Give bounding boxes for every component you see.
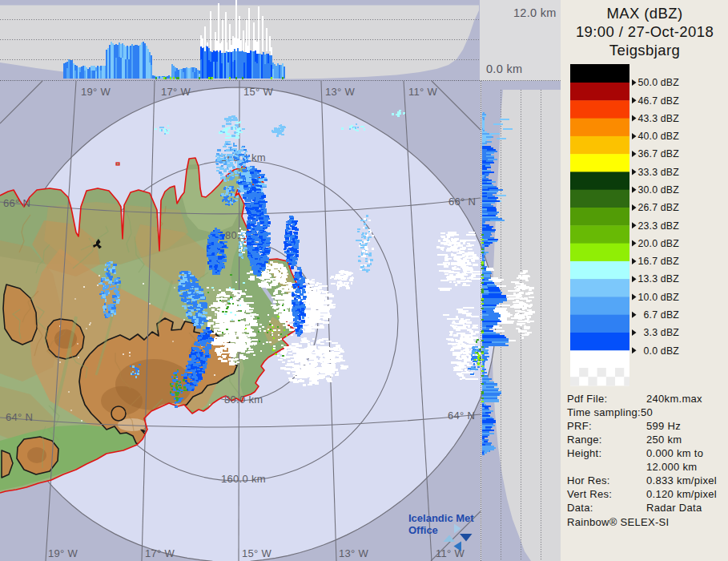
svg-text:17° W: 17° W [145, 547, 175, 559]
svg-text:11° W: 11° W [408, 86, 438, 98]
svg-text:50: 50 [641, 406, 653, 418]
svg-text:66° N: 66° N [3, 197, 30, 209]
svg-text:10.0 dBZ: 10.0 dBZ [638, 292, 679, 303]
svg-text:0.0 dBZ: 0.0 dBZ [644, 345, 680, 357]
svg-text:250 km: 250 km [646, 434, 682, 446]
svg-text:12.000 km: 12.000 km [646, 461, 697, 473]
svg-text:13° W: 13° W [339, 547, 368, 559]
svg-text:50.0 dBZ: 50.0 dBZ [638, 77, 679, 88]
svg-text:33.3 dBZ: 33.3 dBZ [638, 167, 679, 178]
svg-text:Pdf File:: Pdf File: [567, 393, 607, 405]
svg-text:0.0 km: 0.0 km [486, 63, 522, 75]
svg-text:6.7 dBZ: 6.7 dBZ [644, 309, 680, 321]
svg-text:Icelandic Met: Icelandic Met [408, 512, 474, 524]
svg-text:19:00 / 27-Oct-2018: 19:00 / 27-Oct-2018 [576, 23, 714, 40]
svg-text:MAX (dBZ): MAX (dBZ) [606, 5, 682, 22]
svg-text:17° W: 17° W [161, 86, 191, 98]
svg-text:Time sampling:: Time sampling: [567, 406, 641, 418]
svg-text:Radar Data: Radar Data [646, 502, 702, 514]
svg-text:64° N: 64° N [6, 411, 33, 423]
svg-text:43.3 dBZ: 43.3 dBZ [638, 113, 679, 124]
svg-text:Height:: Height: [567, 447, 601, 459]
svg-text:0.120 km/pixel: 0.120 km/pixel [646, 488, 717, 500]
svg-text:Teigsbjarg: Teigsbjarg [609, 42, 680, 59]
svg-text:30.0 dBZ: 30.0 dBZ [638, 184, 679, 196]
svg-text:64° N: 64° N [448, 410, 475, 422]
svg-text:46.7 dBZ: 46.7 dBZ [638, 95, 679, 107]
svg-text:PRF:: PRF: [567, 420, 592, 432]
svg-text:36.7 dBZ: 36.7 dBZ [638, 148, 679, 159]
svg-text:240km.max: 240km.max [646, 393, 702, 405]
svg-text:Hor Res:: Hor Res: [567, 474, 610, 486]
svg-text:0.833 km/pixel: 0.833 km/pixel [646, 474, 717, 486]
svg-text:15° W: 15° W [242, 547, 271, 559]
svg-text:40.0 dBZ: 40.0 dBZ [638, 131, 679, 142]
svg-text:80.0 km: 80.0 km [224, 394, 263, 406]
svg-text:13° W: 13° W [325, 86, 355, 98]
svg-text:599 Hz: 599 Hz [646, 420, 681, 432]
svg-text:0.000 km to: 0.000 km to [646, 447, 703, 459]
svg-text:66° N: 66° N [448, 196, 476, 208]
svg-text:19° W: 19° W [48, 547, 78, 559]
svg-text:15° W: 15° W [243, 86, 273, 98]
svg-text:12.0 km: 12.0 km [513, 6, 557, 19]
svg-text:16.7 dBZ: 16.7 dBZ [638, 256, 679, 267]
svg-text:Rainbow® SELEX-SI: Rainbow® SELEX-SI [567, 516, 669, 528]
svg-text:160.0 km: 160.0 km [221, 473, 266, 485]
svg-text:3.3 dBZ: 3.3 dBZ [644, 327, 680, 338]
svg-text:Range:: Range: [567, 434, 602, 446]
svg-text:19° W: 19° W [81, 86, 111, 98]
svg-text:13.3 dBZ: 13.3 dBZ [638, 273, 679, 285]
svg-text:23.3 dBZ: 23.3 dBZ [638, 220, 679, 232]
svg-text:Vert Res:: Vert Res: [567, 488, 612, 500]
svg-text:26.7 dBZ: 26.7 dBZ [638, 202, 679, 213]
svg-text:Office: Office [408, 524, 438, 536]
svg-text:Data:: Data: [567, 502, 593, 514]
svg-text:20.0 dBZ: 20.0 dBZ [638, 238, 679, 249]
